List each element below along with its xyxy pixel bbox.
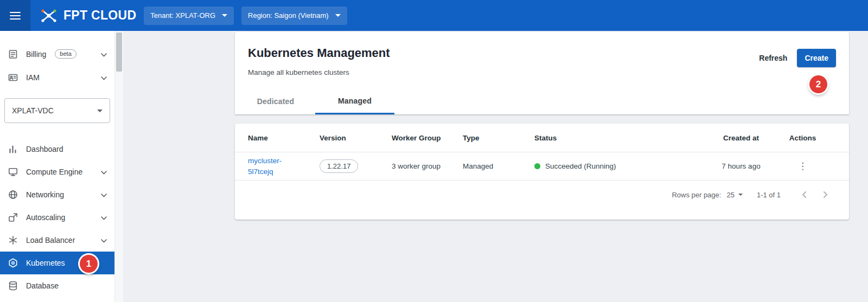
hamburger-menu-button[interactable]: [0, 0, 30, 31]
sidebar-item-label: IAM: [26, 73, 40, 82]
rows-per-page-value: 25: [726, 191, 734, 199]
vdc-select[interactable]: XPLAT-VDC: [4, 98, 110, 123]
sidebar-item-database[interactable]: Database: [0, 274, 114, 297]
brand-text: FPT CLOUD: [63, 8, 136, 23]
sidebar-item-dashboard[interactable]: Dashboard: [0, 138, 114, 160]
sidebar-item-compute-engine[interactable]: Compute Engine: [0, 160, 114, 183]
type-cell: Managed: [463, 162, 534, 170]
worker-group-cell: 3 worker group: [392, 162, 463, 170]
sidebar-item-networking[interactable]: Networking: [0, 183, 114, 206]
sidebar-item-label: Dashboard: [26, 145, 63, 153]
column-header-name: Name: [248, 134, 320, 142]
tenant-selector[interactable]: Tenant: XPLAT-ORG: [144, 7, 234, 25]
column-header-worker-group: Worker Group: [392, 134, 463, 142]
tenant-label: Tenant: XPLAT-ORG: [150, 11, 215, 20]
billing-icon: [8, 49, 18, 60]
sidebar-scrollbar[interactable]: [114, 31, 123, 302]
step-marker-1: 1: [80, 255, 98, 273]
sidebar-item-label: Billing: [26, 50, 46, 59]
load-balancer-icon: [8, 235, 18, 246]
rows-per-page-label: Rows per page:: [672, 191, 721, 199]
sidebar-item-label: Autoscaling: [26, 213, 65, 222]
column-header-created-at: Created at: [713, 134, 769, 142]
more-vertical-icon[interactable]: ⋮: [798, 162, 807, 171]
tab-bar: Dedicated Managed: [236, 88, 394, 114]
hamburger-icon: [10, 12, 21, 13]
dashboard-icon: [8, 144, 18, 155]
table-row: mycluster-5l7tcejq 1.22.17 3 worker grou…: [235, 152, 849, 181]
refresh-button[interactable]: Refresh: [759, 54, 787, 62]
previous-page-button[interactable]: [797, 190, 812, 199]
sidebar-item-billing[interactable]: Billing beta: [0, 42, 114, 66]
rows-per-page-select[interactable]: 25: [726, 191, 742, 199]
region-label: Region: Saigon (Vietnam): [248, 11, 329, 20]
create-button[interactable]: Create: [797, 49, 836, 67]
pagination-range: 1-1 of 1: [757, 191, 781, 199]
clusters-table-card: Name Version Worker Group Type Status Cr…: [235, 124, 849, 220]
chevron-down-icon: [101, 168, 107, 176]
chevron-down-icon: [222, 14, 227, 17]
tab-dedicated[interactable]: Dedicated: [236, 88, 315, 114]
sidebar-item-label: Compute Engine: [26, 168, 82, 176]
next-page-button[interactable]: [818, 190, 833, 199]
fpt-cloud-logo-icon: [39, 7, 59, 24]
chevron-down-icon: [97, 110, 103, 112]
networking-icon: [8, 189, 18, 200]
created-at-cell: 7 hours ago: [713, 162, 769, 170]
sidebar-item-load-balancer[interactable]: Load Balancer: [0, 229, 114, 252]
chevron-down-icon: [101, 236, 107, 245]
status-dot-icon: [534, 163, 540, 169]
compute-engine-icon: [8, 166, 18, 177]
chevron-down-icon: [101, 73, 107, 82]
version-chip: 1.22.17: [320, 159, 358, 173]
status-text: Succeeded (Running): [545, 162, 616, 170]
chevron-right-icon: [821, 190, 829, 199]
sidebar-item-label: Networking: [26, 190, 64, 199]
table-header-row: Name Version Worker Group Type Status Cr…: [235, 124, 849, 152]
beta-badge: beta: [55, 49, 76, 59]
column-header-actions: Actions: [769, 134, 836, 142]
iam-icon: [8, 72, 18, 83]
autoscaling-icon: [8, 212, 18, 223]
sidebar-item-iam[interactable]: IAM: [0, 66, 114, 89]
chevron-left-icon: [800, 190, 809, 199]
scrollbar-thumb[interactable]: [116, 33, 122, 72]
topbar: FPT CLOUD Tenant: XPLAT-ORG Region: Saig…: [0, 0, 868, 31]
column-header-type: Type: [463, 134, 534, 142]
tab-managed[interactable]: Managed: [315, 88, 394, 114]
page-subtitle: Manage all kubernetes clusters: [248, 68, 349, 76]
chevron-down-icon: [335, 14, 341, 17]
column-header-version: Version: [320, 134, 392, 142]
status-cell: Succeeded (Running): [534, 162, 713, 170]
chevron-down-icon: [738, 194, 743, 196]
sidebar-item-label: Database: [26, 281, 59, 290]
vdc-select-value: XPLAT-VDC: [12, 106, 54, 115]
brand-logo[interactable]: FPT CLOUD: [39, 7, 136, 24]
column-header-status: Status: [534, 134, 713, 142]
page-header-card: Kubernetes Management Manage all kuberne…: [235, 32, 849, 114]
chevron-down-icon: [101, 190, 107, 199]
page-title: Kubernetes Management: [248, 46, 390, 60]
sidebar-item-label: Load Balancer: [26, 236, 75, 245]
sidebar-item-autoscaling[interactable]: Autoscaling: [0, 206, 114, 229]
kubernetes-icon: [8, 258, 18, 268]
header-actions: Refresh Create: [759, 49, 836, 67]
region-selector[interactable]: Region: Saigon (Vietnam): [241, 7, 347, 25]
chevron-down-icon: [101, 213, 107, 222]
sidebar-item-label: Kubernetes: [26, 259, 65, 267]
database-icon: [8, 280, 18, 291]
step-marker-2: 2: [809, 75, 827, 93]
table-pagination: Rows per page: 25 1-1 of 1: [235, 181, 849, 209]
cluster-name-link[interactable]: mycluster-5l7tcejq: [248, 156, 295, 177]
chevron-down-icon: [101, 50, 107, 59]
